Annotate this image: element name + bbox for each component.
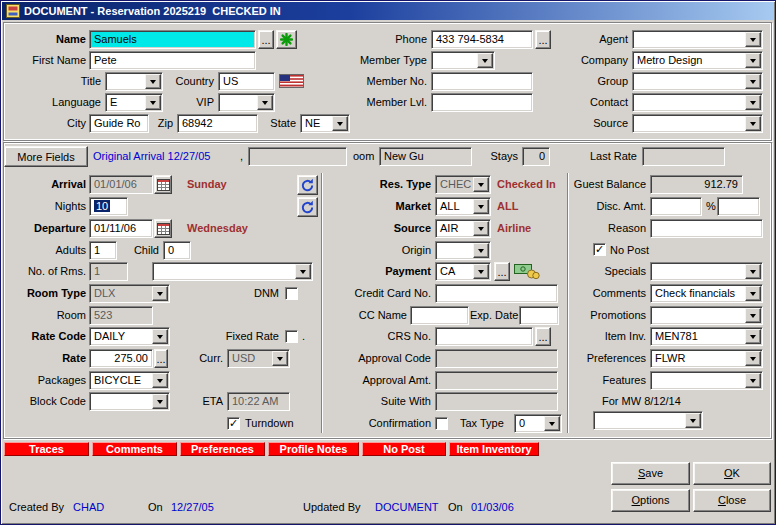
rate-field[interactable]: 275.00: [89, 349, 153, 368]
country-field[interactable]: US: [218, 72, 275, 91]
preferences-bar-button[interactable]: Preferences: [180, 442, 265, 456]
cc-name-field[interactable]: [410, 306, 469, 325]
group-combo[interactable]: [632, 72, 763, 91]
more-fields-button[interactable]: More Fields: [4, 146, 88, 167]
packages-dropdown-button[interactable]: [152, 373, 168, 388]
rate-code-dropdown-button[interactable]: [152, 329, 168, 344]
member-type-dropdown-button[interactable]: [477, 53, 493, 68]
fixed-rate-checkbox[interactable]: [285, 330, 298, 343]
tax-type-combo[interactable]: 0: [514, 414, 562, 433]
comments-bar-button[interactable]: Comments: [92, 442, 177, 456]
adults-field[interactable]: 1: [89, 241, 117, 260]
reason-field[interactable]: [650, 219, 763, 238]
company-combo[interactable]: Metro Design: [632, 51, 763, 70]
titlebar[interactable]: DOCUMENT - Reservation 2025219 CHECKED I…: [2, 2, 774, 20]
preferences-combo[interactable]: FLWR: [650, 349, 763, 368]
contact-dropdown-button[interactable]: [745, 95, 761, 110]
phone-more-button[interactable]: ...: [535, 30, 551, 49]
credit-card-no-field[interactable]: [435, 284, 558, 303]
tax-type-dropdown-button[interactable]: [544, 416, 560, 431]
phone-field[interactable]: 433 794-5834: [431, 30, 533, 49]
market-dropdown-button[interactable]: [473, 199, 489, 214]
exp-date-field[interactable]: [519, 306, 559, 325]
name-lookup-button[interactable]: ...: [258, 30, 274, 49]
turndown-checkbox[interactable]: ✓: [227, 417, 240, 430]
dnm-checkbox[interactable]: [285, 287, 298, 300]
comments-combo[interactable]: Check financials: [650, 284, 763, 303]
child-field[interactable]: 0: [163, 241, 191, 260]
profile-search-button[interactable]: [276, 30, 297, 49]
vip-label: VIP: [141, 93, 214, 112]
packages-combo[interactable]: BICYCLE: [89, 371, 170, 390]
arrival-field: 01/01/06: [89, 175, 153, 194]
item-inv-dropdown-button[interactable]: [745, 329, 761, 344]
save-button[interactable]: Save: [611, 462, 690, 485]
eta-field: 10:22 AM: [227, 392, 290, 411]
block-code-combo[interactable]: [89, 392, 170, 411]
source-combo[interactable]: [632, 114, 763, 133]
res-source-combo[interactable]: AIR: [435, 219, 491, 238]
promotions-combo[interactable]: [650, 306, 763, 325]
agent-dropdown-button[interactable]: [745, 32, 761, 47]
crs-no-field[interactable]: [435, 327, 533, 346]
arrival-calendar-button[interactable]: [154, 175, 172, 194]
state-dropdown-button[interactable]: [332, 116, 348, 131]
member-no-field[interactable]: [431, 72, 533, 91]
contact-combo[interactable]: [632, 93, 763, 112]
payment-combo[interactable]: CA: [435, 262, 491, 281]
item-inventory-button[interactable]: Item Inventory: [449, 442, 539, 456]
specials-combo[interactable]: [650, 262, 763, 281]
no-post-bar-button[interactable]: No Post: [362, 442, 446, 456]
block-code-dropdown-button[interactable]: [152, 394, 168, 409]
for-mw-dropdown-button[interactable]: [685, 413, 701, 428]
room-select-combo[interactable]: [152, 262, 313, 281]
item-inv-combo[interactable]: MEN781: [650, 327, 763, 346]
name-field[interactable]: Samuels: [89, 30, 256, 49]
payment-dropdown-button[interactable]: [473, 264, 489, 279]
refresh-rate-button-2[interactable]: [297, 197, 318, 217]
confirmation-checkbox[interactable]: [435, 417, 448, 430]
promotions-dropdown-button[interactable]: [745, 308, 761, 323]
updated-on-value: 01/03/06: [471, 498, 514, 517]
market-combo[interactable]: ALL: [435, 197, 491, 216]
specials-dropdown-button[interactable]: [745, 264, 761, 279]
no-post-checkbox[interactable]: ✓: [593, 243, 606, 256]
options-button[interactable]: Options: [611, 489, 690, 512]
room-select-dropdown-button[interactable]: [295, 264, 311, 279]
preferences-dropdown-button[interactable]: [745, 351, 761, 366]
crs-more-button[interactable]: ...: [535, 327, 551, 346]
profile-notes-button[interactable]: Profile Notes: [268, 442, 359, 456]
group-dropdown-button[interactable]: [745, 74, 761, 89]
close-button[interactable]: Close: [693, 489, 771, 512]
origin-dropdown-button[interactable]: [473, 243, 489, 258]
rate-detail-button[interactable]: ...: [154, 349, 168, 368]
payment-more-button[interactable]: ...: [494, 262, 510, 281]
agent-combo[interactable]: [632, 30, 763, 49]
refresh-rate-button-1[interactable]: [297, 175, 318, 195]
comments-dropdown-button[interactable]: [745, 286, 761, 301]
for-mw-combo[interactable]: [593, 411, 703, 430]
departure-field[interactable]: 01/11/06: [89, 219, 153, 238]
ok-button[interactable]: OK: [693, 462, 771, 485]
source-dropdown-button[interactable]: [745, 116, 761, 131]
state-combo[interactable]: NE: [300, 114, 350, 133]
origin-combo[interactable]: [435, 241, 491, 260]
curr-combo: USD: [227, 349, 290, 368]
disc-amt-field[interactable]: [650, 197, 702, 216]
vip-dropdown-button[interactable]: [257, 95, 273, 110]
res-source-dropdown-button[interactable]: [473, 221, 489, 236]
member-lvl-field[interactable]: [431, 93, 533, 112]
disc-percent-field[interactable]: [717, 197, 760, 216]
features-combo[interactable]: [650, 371, 763, 390]
member-type-combo[interactable]: [431, 51, 495, 70]
room-number-label: Room: [3, 306, 86, 325]
nights-field[interactable]: 10: [89, 197, 128, 216]
traces-button[interactable]: Traces: [4, 442, 89, 456]
zip-field[interactable]: 68942: [177, 114, 258, 133]
features-dropdown-button[interactable]: [745, 373, 761, 388]
company-dropdown-button[interactable]: [745, 53, 761, 68]
first-name-field[interactable]: Pete: [89, 51, 256, 70]
departure-calendar-button[interactable]: [154, 219, 172, 238]
rate-code-combo[interactable]: DAILY: [89, 327, 170, 346]
vip-combo[interactable]: [218, 93, 275, 112]
